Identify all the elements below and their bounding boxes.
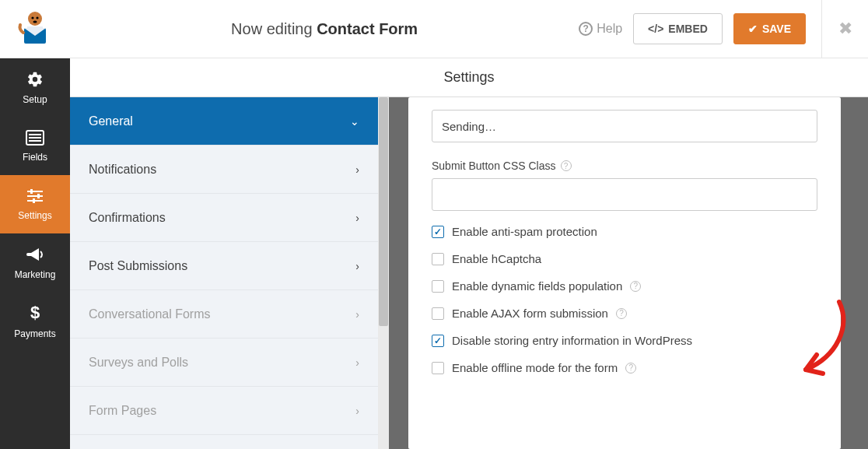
editing-prefix: Now editing — [231, 20, 317, 37]
embed-icon: </> — [648, 23, 663, 35]
menu-item-conversational-forms[interactable]: Conversational Forms › — [70, 290, 378, 339]
settings-header: Settings — [70, 58, 868, 97]
label-text: Submit Button CSS Class — [432, 160, 556, 172]
help-link[interactable]: ? Help — [579, 22, 622, 36]
page-title: Now editing Contact Form — [70, 20, 579, 38]
menu-item-label: Notifications — [89, 163, 156, 177]
menu-item-label: Surveys and Polls — [89, 356, 188, 370]
svg-rect-14 — [30, 189, 33, 194]
checkbox-ajax[interactable]: Enable AJAX form submission ? — [432, 307, 817, 320]
checkbox-antispam[interactable]: Enable anti-spam protection — [432, 225, 817, 238]
close-icon: ✖ — [838, 19, 852, 39]
menu-item-surveys-polls[interactable]: Surveys and Polls › — [70, 339, 378, 387]
menu-item-general[interactable]: General ⌄ — [70, 97, 378, 146]
topbar-actions: ? Help </> EMBED ✔ SAVE — [579, 13, 821, 44]
svg-rect-11 — [27, 191, 43, 192]
svg-rect-16 — [33, 198, 35, 203]
checkbox-label: Enable anti-spam protection — [452, 225, 597, 238]
settings-header-label: Settings — [443, 69, 494, 86]
chevron-right-icon: › — [355, 308, 359, 321]
svg-text:$: $ — [30, 303, 40, 322]
checkbox-icon[interactable] — [432, 362, 444, 374]
svg-point-1 — [31, 16, 33, 19]
sidebar-item-label: Payments — [14, 328, 55, 339]
menu-item-label: Confirmations — [89, 211, 166, 225]
help-icon[interactable]: ? — [630, 281, 641, 292]
menu-item-post-submissions[interactable]: Post Submissions › — [70, 242, 378, 290]
save-button[interactable]: ✔ SAVE — [733, 13, 806, 44]
logo-area — [0, 0, 70, 58]
sidebar-item-setup[interactable]: Setup — [0, 58, 70, 117]
sidebar-item-label: Setup — [23, 94, 47, 105]
sending-input[interactable] — [432, 110, 817, 142]
checkbox-offline[interactable]: Enable offline mode for the form ? — [432, 361, 817, 374]
scrollbar-thumb[interactable] — [379, 97, 388, 326]
svg-rect-6 — [27, 26, 43, 29]
css-class-input[interactable] — [432, 178, 817, 211]
embed-label: EMBED — [668, 23, 708, 35]
scrollbar-track[interactable] — [378, 97, 389, 449]
checkbox-icon[interactable] — [432, 226, 444, 238]
chevron-down-icon: ⌄ — [350, 115, 359, 128]
menu-item-notifications[interactable]: Notifications › — [70, 146, 378, 194]
help-icon[interactable]: ? — [616, 308, 627, 319]
sidebar-item-label: Marketing — [15, 269, 56, 280]
help-label: Help — [597, 22, 622, 36]
checkbox-hcaptcha[interactable]: Enable hCaptcha — [432, 252, 817, 265]
help-icon[interactable]: ? — [625, 363, 636, 374]
svg-rect-9 — [29, 137, 41, 139]
checkbox-label: Enable hCaptcha — [452, 252, 541, 265]
content-row: General ⌄ Notifications › Confirmations … — [70, 97, 868, 449]
svg-rect-8 — [29, 134, 41, 135]
menu-item-form-pages[interactable]: Form Pages › — [70, 387, 378, 435]
dollar-icon: $ — [29, 303, 41, 325]
sidebar-item-label: Settings — [18, 210, 51, 221]
checkbox-label: Disable storing entry information in Wor… — [452, 334, 692, 347]
embed-button[interactable]: </> EMBED — [633, 13, 723, 44]
chevron-right-icon: › — [355, 163, 359, 176]
form-name: Contact Form — [317, 20, 418, 37]
checkbox-disable-storing[interactable]: Disable storing entry information in Wor… — [432, 334, 817, 347]
menu-item-label: Form Pages — [89, 404, 156, 418]
gear-icon — [26, 71, 44, 91]
checkbox-icon[interactable] — [432, 280, 444, 293]
content-area: Settings General ⌄ Notifications › Confi… — [70, 58, 868, 449]
chevron-right-icon: › — [355, 212, 359, 224]
topbar: Now editing Contact Form ? Help </> EMBE… — [0, 0, 868, 58]
menu-item-label: Conversational Forms — [89, 307, 211, 321]
svg-point-3 — [33, 20, 37, 23]
checkbox-label: Enable offline mode for the form — [452, 361, 618, 374]
chevron-right-icon: › — [355, 356, 359, 369]
horn-icon — [26, 246, 44, 266]
checkbox-icon[interactable] — [432, 335, 444, 347]
save-label: SAVE — [762, 23, 791, 35]
sidebar-item-payments[interactable]: $ Payments — [0, 292, 70, 350]
checkbox-dynamic-fields[interactable]: Enable dynamic fields population ? — [432, 279, 817, 293]
menu-item-confirmations[interactable]: Confirmations › — [70, 194, 378, 242]
close-button[interactable]: ✖ — [821, 0, 868, 58]
chevron-right-icon: › — [355, 405, 359, 417]
builder-sidebar: Setup Fields Settings Marketing $ Paymen… — [0, 58, 70, 449]
help-icon: ? — [579, 22, 593, 36]
main-area: Setup Fields Settings Marketing $ Paymen… — [0, 58, 868, 449]
svg-rect-10 — [29, 140, 41, 142]
menu-item-label: General — [89, 114, 133, 128]
svg-rect-15 — [37, 194, 40, 198]
sidebar-item-settings[interactable]: Settings — [0, 175, 70, 233]
list-icon — [26, 130, 44, 149]
menu-item-label: Post Submissions — [89, 259, 187, 273]
sliders-icon — [26, 188, 44, 207]
sidebar-item-label: Fields — [23, 152, 47, 163]
checkbox-label: Enable dynamic fields population — [452, 279, 622, 293]
preview-panel: Submit Button CSS Class ? Enable anti-sp… — [389, 97, 868, 449]
sidebar-item-marketing[interactable]: Marketing — [0, 233, 70, 292]
svg-point-0 — [28, 12, 42, 26]
checkbox-icon[interactable] — [432, 307, 444, 320]
svg-point-2 — [36, 16, 38, 19]
sidebar-item-fields[interactable]: Fields — [0, 117, 70, 175]
settings-menu: General ⌄ Notifications › Confirmations … — [70, 97, 389, 449]
help-icon[interactable]: ? — [561, 160, 572, 171]
checkbox-icon[interactable] — [432, 253, 444, 265]
check-icon: ✔ — [748, 23, 758, 35]
form-panel: Submit Button CSS Class ? Enable anti-sp… — [408, 97, 841, 449]
